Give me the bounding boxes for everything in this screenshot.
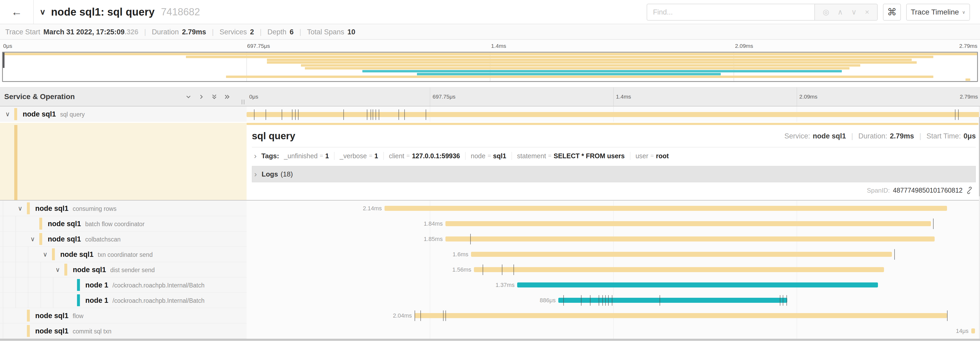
- span-timeline-cell: 886μs: [247, 293, 980, 308]
- summary-separator: |: [299, 28, 301, 36]
- next-result-icon[interactable]: ∨: [851, 8, 857, 16]
- summary-value: 10: [347, 28, 355, 36]
- span-row: node 1/cockroach.roachpb.Internal/Batch1…: [0, 277, 980, 293]
- summary-separator: |: [144, 28, 146, 36]
- vertical-scrollbar[interactable]: [979, 107, 980, 339]
- tag-divider: [630, 152, 630, 160]
- tree-indent-guide: [28, 277, 28, 293]
- span-bar[interactable]: [517, 282, 878, 288]
- meta-label: Service:: [784, 132, 810, 140]
- tree-indent-guide: [28, 293, 28, 308]
- column-resize-handle[interactable]: [242, 99, 245, 104]
- timeline-gridline: [613, 323, 614, 339]
- span-tree-item[interactable]: node sql1flow: [0, 308, 247, 323]
- tag-key: _verbose: [340, 152, 367, 160]
- collapse-trace-icon[interactable]: ∨: [40, 7, 46, 16]
- minimap-axis: 0μs697.75μs1.4ms2.09ms2.79ms: [2, 40, 978, 52]
- log-marker: [470, 234, 471, 245]
- tags-accordion[interactable]: › Tags: _unfinished=1_verbose=1client=12…: [252, 147, 976, 164]
- span-bar[interactable]: [247, 112, 980, 117]
- span-duration-label: 1.84ms: [423, 220, 445, 227]
- expand-one-icon[interactable]: [198, 93, 205, 101]
- horizontal-scrollbar[interactable]: [0, 339, 980, 341]
- view-selector-button[interactable]: Trace Timeline ∨: [906, 4, 970, 21]
- span-tree-item[interactable]: node sql1commit sql txn: [0, 323, 247, 339]
- log-marker: [894, 249, 895, 260]
- minimap-span-bar: [966, 78, 970, 81]
- minimap-span-bar: [3, 53, 977, 55]
- span-id-value: 4877749850101760812: [893, 187, 963, 194]
- span-operation-name: commit sql txn: [73, 328, 111, 334]
- minimap-range-handle[interactable]: [3, 53, 5, 68]
- ruler-gridline: [613, 88, 614, 106]
- minimap-span-bar: [186, 56, 933, 58]
- span-bar[interactable]: [385, 206, 947, 211]
- span-service-name: node sql1txn coordinator send: [60, 250, 153, 258]
- tree-indent-guide: [16, 247, 16, 262]
- chevron-down-icon[interactable]: ∨: [43, 251, 48, 258]
- span-timeline-cell: 1.37ms: [247, 277, 980, 293]
- minimap-tick-label: 697.75μs: [247, 43, 270, 49]
- span-row: ∨node sql1consuming rows2.14ms: [0, 201, 980, 216]
- logs-label: Logs: [262, 170, 278, 178]
- log-marker: [373, 109, 373, 120]
- chevron-down-icon[interactable]: ∨: [18, 205, 23, 212]
- tag-key: statement: [517, 152, 546, 160]
- find-input[interactable]: [647, 4, 815, 21]
- span-tree-item[interactable]: node 1/cockroach.roachpb.Internal/Batch: [0, 277, 247, 293]
- minimap-canvas[interactable]: [2, 52, 978, 82]
- clear-search-icon[interactable]: ×: [865, 8, 869, 16]
- span-service-name: node sql1flow: [35, 312, 84, 320]
- log-marker: [404, 109, 405, 120]
- span-tree-item[interactable]: node 1/cockroach.roachpb.Internal/Batch: [0, 293, 247, 308]
- prev-result-icon[interactable]: ∧: [838, 8, 843, 16]
- expand-all-icon[interactable]: [224, 93, 231, 101]
- span-bar[interactable]: [474, 267, 884, 272]
- span-timeline-cell: 1.84ms: [247, 216, 980, 232]
- tag-value: root: [656, 152, 669, 160]
- chevron-down-icon[interactable]: ∨: [5, 110, 10, 118]
- span-bar[interactable]: [971, 328, 975, 333]
- tag-value: 1: [374, 152, 378, 160]
- command-icon: ⌘: [887, 6, 897, 18]
- span-detail-title: sql query: [252, 131, 295, 142]
- span-bar[interactable]: [445, 237, 935, 242]
- service-operation-header: Service & Operation: [0, 88, 247, 106]
- span-tree-item[interactable]: ∨node sql1colbatchscan: [0, 232, 247, 247]
- collapse-one-icon[interactable]: [185, 93, 192, 101]
- tag-value: SELECT * FROM users: [554, 152, 625, 160]
- log-marker: [783, 295, 783, 306]
- span-tree-item[interactable]: ∨node sql1txn coordinator send: [0, 247, 247, 262]
- chevron-down-icon[interactable]: ∨: [56, 266, 60, 274]
- tag-item: _verbose=1: [340, 152, 378, 160]
- collapse-all-icon[interactable]: [211, 93, 218, 101]
- span-bar[interactable]: [471, 252, 892, 257]
- span-bar[interactable]: [415, 313, 947, 318]
- tag-key: client: [389, 152, 404, 160]
- timeline-gridline: [430, 323, 430, 339]
- span-bar[interactable]: [558, 298, 787, 303]
- keyboard-shortcuts-button[interactable]: ⌘: [883, 4, 901, 21]
- log-marker: [292, 109, 293, 120]
- tree-indent-guide: [28, 247, 28, 262]
- match-target-icon[interactable]: ◎: [823, 8, 829, 16]
- span-tree-item[interactable]: node sql1batch flow coordinator: [0, 216, 247, 232]
- back-button[interactable]: ←: [0, 0, 34, 24]
- link-icon[interactable]: [966, 187, 973, 194]
- span-operation-name: flow: [73, 312, 84, 319]
- chevron-right-icon: ›: [254, 170, 257, 178]
- span-duration-label: 2.04ms: [393, 312, 415, 319]
- equals-sign: =: [488, 152, 491, 159]
- log-marker: [958, 109, 959, 120]
- summary-value: 6: [290, 28, 294, 36]
- span-bar[interactable]: [445, 221, 931, 226]
- span-operation-name: txn coordinator send: [98, 251, 153, 258]
- span-tree-item[interactable]: ∨node sql1dist sender send: [0, 262, 247, 277]
- chevron-down-icon[interactable]: ∨: [30, 235, 35, 243]
- span-row: node sql1flow2.04ms: [0, 308, 980, 323]
- logs-accordion[interactable]: › Logs (18): [252, 166, 976, 182]
- log-marker: [590, 295, 590, 306]
- span-tree-item[interactable]: ∨node sql1consuming rows: [0, 201, 247, 216]
- meta-value: 2.79ms: [890, 132, 914, 140]
- span-tree-item[interactable]: ∨node sql1sql query: [0, 107, 247, 122]
